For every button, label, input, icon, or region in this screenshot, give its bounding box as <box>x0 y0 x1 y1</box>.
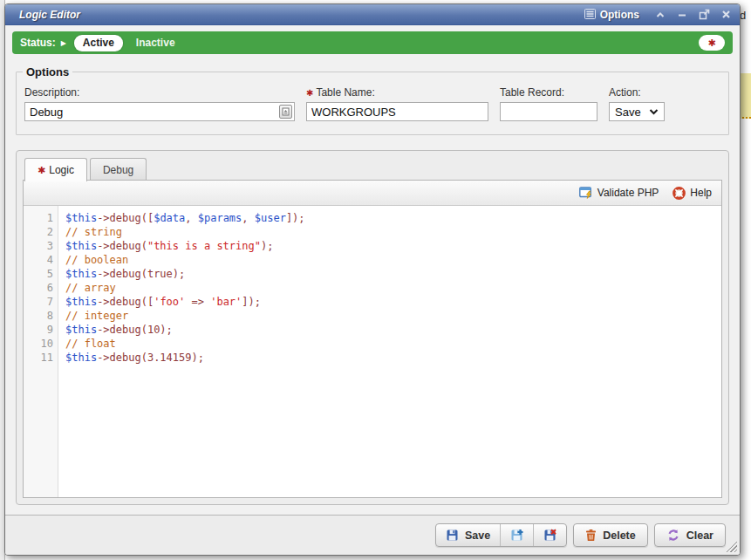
dirty-icon: ✱ <box>38 166 45 175</box>
tab-debug-label: Debug <box>103 164 133 176</box>
line-number-gutter: 1234567891011 <box>24 206 58 497</box>
help-label: Help <box>690 187 712 199</box>
save-button-group: Save <box>435 523 567 547</box>
save-and-close-button[interactable] <box>533 524 566 546</box>
window-title: Logic Editor <box>19 9 584 21</box>
options-menu-label: Options <box>600 9 639 21</box>
action-field: Action: Save <box>609 86 665 121</box>
logic-tab-panel: Validate PHP Help 1234567891011 $this->d… <box>23 180 722 498</box>
refresh-icon <box>666 529 680 542</box>
status-bar: Status: ▶ Active Inactive ✱ <box>12 31 733 54</box>
background-page-right: d <box>739 0 751 560</box>
table-name-input[interactable] <box>306 102 488 121</box>
code-line: $this->debug(3.14159); <box>65 351 721 365</box>
status-arrow-icon: ▶ <box>61 39 66 47</box>
list-icon <box>584 7 596 23</box>
code-line: $this->debug([$data, $params, $user]); <box>65 211 721 225</box>
validate-php-label: Validate PHP <box>597 187 659 199</box>
titlebar[interactable]: Logic Editor Options <box>5 4 740 25</box>
save-and-new-button[interactable] <box>500 524 533 546</box>
help-icon <box>672 187 686 200</box>
options-legend: Options <box>23 65 72 79</box>
chevron-down-icon <box>649 109 659 115</box>
save-icon <box>446 529 459 542</box>
footer-bar: Save Delete Clear <box>5 515 740 555</box>
background-page-highlight <box>739 73 751 119</box>
description-label: Description: <box>24 86 295 99</box>
code-line: // integer <box>65 309 721 323</box>
expand-editor-icon <box>282 107 290 116</box>
editor-container: ✱ Logic Debug Validate PHP Help 12345678… <box>16 150 729 505</box>
clear-button[interactable]: Clear <box>654 523 726 547</box>
tab-logic[interactable]: ✱ Logic <box>24 158 87 181</box>
status-inactive-option[interactable]: Inactive <box>131 35 181 51</box>
code-line: $this->debug(10); <box>65 323 721 337</box>
status-active-option[interactable]: Active <box>74 35 123 51</box>
action-label: Action: <box>609 86 665 99</box>
code-line: // float <box>65 337 721 351</box>
validate-php-button[interactable]: Validate PHP <box>579 187 659 200</box>
asterisk-icon: ✱ <box>707 38 715 48</box>
help-button[interactable]: Help <box>672 187 712 200</box>
code-content[interactable]: $this->debug([$data, $params, $user]);//… <box>58 206 721 497</box>
code-line: $this->debug("this is a string"); <box>65 239 721 253</box>
code-line: $this->debug(['foo' => 'bar']); <box>65 295 721 309</box>
background-page-text: d <box>740 9 746 22</box>
status-dirty-indicator[interactable]: ✱ <box>699 35 725 51</box>
collapse-button[interactable] <box>655 10 666 20</box>
options-section: Options Description: ✱Table Name: Table … <box>16 65 729 135</box>
expand-description-button[interactable] <box>279 105 292 119</box>
save-close-icon <box>543 529 556 542</box>
options-menu-button[interactable]: Options <box>584 7 639 23</box>
close-button[interactable] <box>721 10 731 19</box>
editor-toolbar: Validate PHP Help <box>24 181 721 206</box>
code-line: // boolean <box>65 253 721 267</box>
tab-bar: ✱ Logic Debug <box>24 157 722 180</box>
delete-label: Delete <box>603 529 636 542</box>
popout-button[interactable] <box>699 9 710 20</box>
description-input[interactable] <box>24 102 295 121</box>
table-name-label: Table Name: <box>316 86 374 99</box>
tab-logic-label: Logic <box>49 164 74 176</box>
code-editor[interactable]: 1234567891011 $this->debug([$data, $para… <box>24 206 721 497</box>
table-record-label: Table Record: <box>500 86 597 99</box>
delete-button[interactable]: Delete <box>573 523 648 547</box>
logic-editor-dialog: Logic Editor Options <box>4 3 741 556</box>
clear-label: Clear <box>686 529 713 542</box>
table-record-field: Table Record: <box>500 86 597 121</box>
save-plus-icon <box>510 529 523 542</box>
table-record-input[interactable] <box>500 102 597 121</box>
tab-debug[interactable]: Debug <box>90 158 147 181</box>
validate-php-icon <box>579 187 593 200</box>
status-label: Status: <box>20 37 56 49</box>
code-line: // string <box>65 225 721 239</box>
save-button[interactable]: Save <box>436 524 500 546</box>
action-select[interactable]: Save <box>609 102 665 121</box>
trash-icon <box>585 529 597 542</box>
code-line: $this->debug(true); <box>65 267 721 281</box>
action-selected-value: Save <box>615 106 641 119</box>
resize-handle[interactable] <box>725 540 737 552</box>
description-field: Description: <box>24 86 295 121</box>
table-name-field: ✱Table Name: <box>306 86 488 121</box>
save-label: Save <box>465 529 490 542</box>
minimize-button[interactable] <box>677 10 687 20</box>
code-line: // array <box>65 281 721 295</box>
required-icon: ✱ <box>306 88 313 98</box>
